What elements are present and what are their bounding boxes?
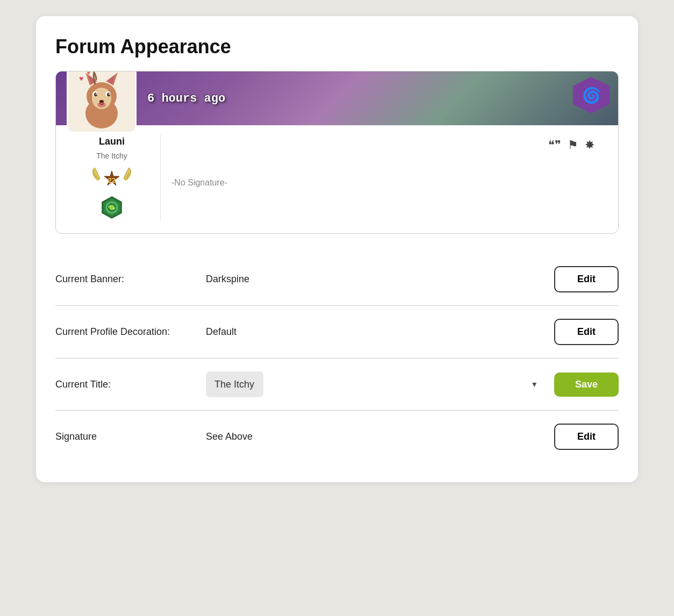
settings-section: Current Banner: Darkspine Edit Current P… [55,253,619,463]
decoration-edit-button[interactable]: Edit [554,319,619,345]
title-select[interactable]: The Itchy [206,371,263,397]
title-select-container: The Itchy [206,371,546,397]
banner-timestamp: 6 hours ago [147,92,225,105]
banner-row: Current Banner: Darkspine Edit [55,253,619,306]
svg-text:22: 22 [108,176,116,184]
signature-label: Signature [55,431,206,442]
decoration-row: Current Profile Decoration: Default Edit [55,306,619,359]
svg-point-13 [109,94,110,95]
title-label: Current Title: [55,379,206,390]
preview-card: ♥ ♥ 6 hours ago 🌀 Launi The Itchy [55,71,619,234]
title-select-wrapper: The Itchy Save [206,371,619,397]
svg-point-12 [96,94,97,95]
banner-area: ♥ ♥ 6 hours ago 🌀 [56,71,618,125]
level-badge: 22 [90,167,133,190]
banner-label: Current Banner: [55,274,206,285]
hexagon-badge [99,195,125,220]
banner-edit-button[interactable]: Edit [554,266,619,292]
emblem-icon: 🌀 [582,87,601,104]
banner-emblem: 🌀 [573,77,610,113]
user-info: Launi The Itchy 22 [69,134,155,220]
username: Launi [99,136,125,147]
page-title: Forum Appearance [55,35,619,58]
post-body: Launi The Itchy 22 [56,125,618,233]
quote-icon[interactable]: ❝❞ [548,138,561,152]
decoration-value: Default [206,326,554,338]
title-row: Current Title: The Itchy Save [55,359,619,411]
no-signature: -No Signature- [171,178,594,188]
avatar: ♥ ♥ [67,71,137,133]
svg-point-10 [94,93,97,97]
signature-edit-button[interactable]: Edit [554,424,619,450]
user-title-text: The Itchy [96,152,127,160]
post-content: ❝❞ ⚑ ✸ -No Signature- [160,134,605,220]
svg-text:♥: ♥ [79,74,83,83]
svg-text:♥: ♥ [87,71,90,76]
title-save-button[interactable]: Save [554,373,619,397]
svg-point-24 [111,206,113,209]
flag-icon[interactable]: ⚑ [568,138,578,152]
signature-row: Signature See Above Edit [55,411,619,463]
signature-value: See Above [206,431,554,442]
star-icon[interactable]: ✸ [585,138,594,152]
decoration-label: Current Profile Decoration: [55,326,206,338]
svg-point-15 [97,102,106,108]
page-container: Forum Appearance [36,16,638,482]
banner-value: Darkspine [206,274,554,285]
post-actions: ❝❞ ⚑ ✸ [171,134,594,156]
svg-point-11 [107,93,110,97]
